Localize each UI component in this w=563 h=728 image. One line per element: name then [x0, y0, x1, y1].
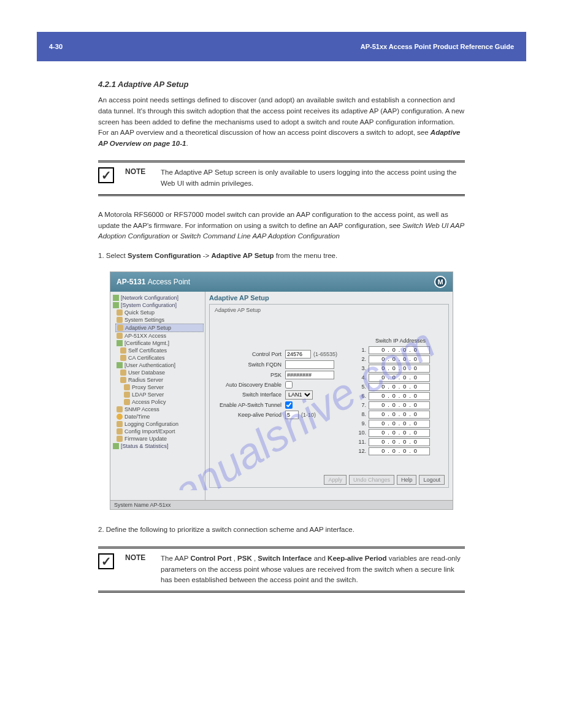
nav-snmp[interactable]: SNMP Access [115, 406, 204, 413]
ip-row-11: 11. [358, 438, 443, 446]
nav-label: Access Policy [132, 399, 166, 405]
ip-input-3[interactable] [369, 365, 430, 373]
leaf-icon [124, 392, 130, 398]
note2-h: Keep-alive Period [327, 555, 387, 562]
nav-adaptive-ap-setup[interactable]: Adaptive AP Setup [115, 324, 204, 332]
panel-subtitle: Adaptive AP Setup [215, 307, 443, 313]
section-heading: 4.2.1 Adaptive AP Setup [98, 80, 465, 89]
tunnel-label: Enable AP-Switch Tunnel [215, 402, 285, 408]
ip-input-12[interactable] [369, 447, 430, 455]
undo-button[interactable]: Undo Changes [349, 475, 394, 485]
para2-link2[interactable]: Switch Command Line AAP Adoption Configu… [180, 232, 340, 240]
note2-a: The AAP [161, 555, 190, 562]
ip-input-7[interactable] [369, 401, 430, 409]
nav-access-policy[interactable]: Access Policy [123, 398, 204, 406]
nav-proxy[interactable]: Proxy Server [123, 384, 204, 391]
leaf-icon [117, 309, 123, 316]
nav-system-config[interactable]: [System Configuration] [112, 301, 204, 309]
note-label: NOTE [125, 553, 156, 562]
leaf-icon [120, 355, 126, 361]
leaf-icon [117, 428, 123, 434]
motorola-logo-icon: M [434, 276, 446, 288]
nav-ldap[interactable]: LDAP Server [123, 391, 204, 398]
ip-input-10[interactable] [369, 429, 430, 437]
step1-e: from the menu tree. [276, 252, 337, 259]
nav-status-stats[interactable]: [Status & Statistics] [112, 442, 204, 450]
nav-self-cert[interactable]: Self Certificates [119, 347, 204, 354]
panel-inner: Adaptive AP Setup Control Port (1-65535)… [209, 304, 449, 488]
apply-button[interactable]: Apply [324, 475, 347, 485]
nav-ca-cert[interactable]: CA Certificates [119, 354, 204, 362]
row-psk: PSK [215, 371, 351, 379]
nav-label: [System Configuration] [121, 302, 177, 308]
nav-label: Radius Server [128, 377, 163, 383]
nav-label: [Network Configuration] [121, 295, 178, 301]
nav-user-db[interactable]: User Database [119, 369, 204, 376]
control-port-input[interactable] [285, 350, 311, 358]
nav-label: LDAP Server [132, 392, 164, 398]
note2-f: Switch Interface [258, 555, 312, 562]
step1-d: Adaptive AP Setup [211, 252, 274, 259]
intro-paragraph: An access point needs settings defined t… [98, 95, 465, 150]
nav-ap51xx-access[interactable]: AP-51XX Access [115, 332, 204, 339]
ip-num: 5. [358, 384, 369, 390]
ip-input-11[interactable] [369, 438, 430, 446]
para2-text-a: A Motorola RFS6000 or RFS7000 model swit… [98, 211, 448, 229]
nav-logging[interactable]: Logging Configuration [115, 420, 204, 428]
nav-label: Date/Time [124, 414, 150, 420]
ip-input-5[interactable] [369, 383, 430, 391]
app-window: AP-5131 Access Point M [Network Configur… [110, 271, 453, 510]
nav-config-ie[interactable]: Config Import/Export [115, 428, 204, 435]
leaf-icon [117, 317, 123, 323]
ip-input-2[interactable] [369, 355, 430, 363]
nav-user-auth[interactable]: [User Authentication] [115, 362, 204, 369]
step-1: 1. Select System Configuration -> Adapti… [98, 251, 465, 262]
ip-input-6[interactable] [369, 392, 430, 400]
switchif-select[interactable]: LAN1 [285, 390, 313, 400]
fqdn-input[interactable] [285, 360, 334, 369]
psk-input[interactable] [285, 371, 334, 379]
nav-firmware[interactable]: Firmware Update [115, 435, 204, 442]
ip-input-1[interactable] [369, 346, 430, 354]
autodisc-label: Auto Discovery Enable [215, 382, 285, 388]
psk-label: PSK [215, 372, 285, 378]
folder-icon [113, 443, 119, 449]
tunnel-checkbox[interactable] [285, 401, 293, 409]
nav-radius[interactable]: Radius Server [119, 376, 204, 384]
leaf-icon [120, 370, 126, 376]
ip-input-4[interactable] [369, 374, 430, 382]
nav-label: [User Authentication] [124, 362, 175, 368]
para2-or: or [172, 232, 180, 240]
ip-row-8: 8. [358, 411, 443, 419]
autodisc-checkbox[interactable] [285, 381, 293, 389]
row-keepalive: Keep-alive Period (1-10) [215, 411, 351, 419]
control-port-hint: (1-65535) [313, 351, 337, 357]
ip-num: 1. [358, 347, 369, 353]
leaf-icon [120, 347, 126, 354]
leaf-icon [124, 384, 130, 390]
logout-button[interactable]: Logout [419, 475, 445, 485]
nav-network-config[interactable]: [Network Configuration] [112, 294, 204, 301]
ip-input-8[interactable] [369, 411, 430, 419]
row-control-port: Control Port (1-65535) [215, 350, 351, 358]
button-bar: Apply Undo Changes Help Logout [324, 475, 445, 485]
nav-label: Firmware Update [124, 436, 167, 442]
row-autodiscovery: Auto Discovery Enable [215, 381, 351, 389]
control-port-label: Control Port [215, 351, 285, 357]
nav-label: Logging Configuration [124, 421, 178, 427]
panel-title: Adaptive AP Setup [209, 294, 449, 301]
help-button[interactable]: Help [397, 475, 417, 485]
leaf-icon [117, 333, 123, 339]
nav-tree[interactable]: [Network Configuration] [System Configur… [110, 292, 205, 500]
folder-icon [113, 302, 119, 308]
main-panel: Adaptive AP Setup Adaptive AP Setup Cont… [205, 292, 453, 500]
keepalive-input[interactable] [285, 411, 299, 419]
ip-input-9[interactable] [369, 420, 430, 428]
step1-b: System Configuration [128, 252, 201, 259]
nav-system-settings[interactable]: System Settings [115, 316, 204, 324]
nav-label: User Database [128, 370, 165, 376]
nav-quick-setup[interactable]: Quick Setup [115, 309, 204, 316]
nav-datetime[interactable]: Date/Time [115, 413, 204, 420]
nav-cert-mgmt[interactable]: [Certificate Mgmt.] [115, 339, 204, 347]
clock-icon [117, 414, 123, 420]
